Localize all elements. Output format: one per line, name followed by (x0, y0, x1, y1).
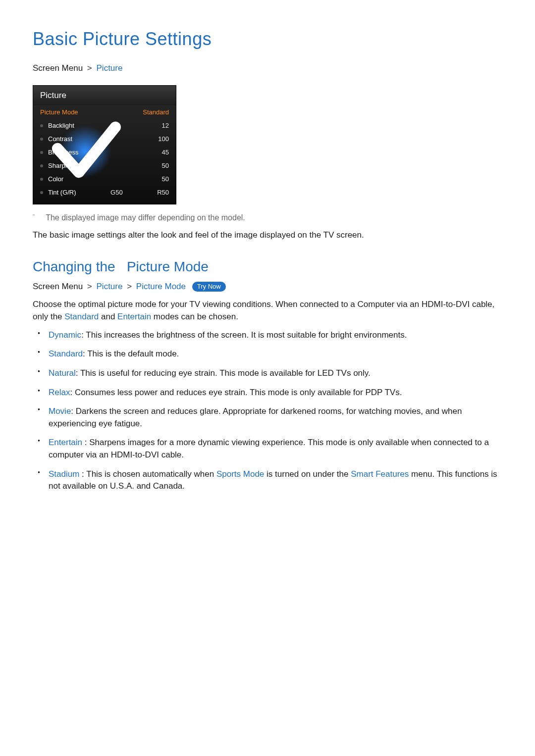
mode-item-natural: Natural: This is useful for reducing eye… (47, 367, 502, 380)
mode-name: Entertain (49, 438, 82, 447)
mode-sep: : (79, 469, 86, 479)
menu-row-label: Sharpness (48, 162, 79, 169)
quote-icon: " (33, 213, 44, 219)
mode-item-stadium: Stadium : This is chosen automatically w… (47, 468, 502, 493)
intro-e: modes can be chosen. (151, 312, 238, 321)
breadcrumb-leaf: Picture (97, 63, 123, 73)
breadcrumb-sep: > (127, 282, 132, 291)
section-title-changing: Changing the Picture Mode (33, 259, 502, 275)
mode-sep: : (71, 406, 75, 416)
menu-row-value: 100 (158, 135, 169, 143)
menu-row-value: 50 (162, 162, 169, 169)
menu-row-label: Contrast (48, 135, 72, 143)
mode-name: Stadium (49, 469, 79, 479)
intro-d: Entertain (117, 312, 151, 321)
mode-intro-paragraph: Choose the optimal picture mode for your… (33, 299, 502, 323)
bullet-icon (40, 124, 43, 127)
intro-b: Standard (64, 312, 99, 321)
menu-row-label: Backlight (48, 122, 74, 129)
menu-row-value: 45 (162, 149, 169, 156)
menu-row-value: 12 (162, 122, 169, 129)
mode-text: Sharpens images for a more dynamic viewi… (49, 438, 489, 459)
breadcrumb-section: Screen Menu > Picture > Picture Mode Try… (33, 282, 502, 292)
stadium-t1: This is chosen automatically when (86, 469, 216, 479)
menu-row-label: Tint (G/R) (48, 189, 76, 196)
mode-item-standard: Standard: This is the default mode. (47, 348, 502, 360)
menu-row-backlight[interactable]: Backlight 12 (33, 119, 176, 132)
picture-menu-panel: Picture Picture Mode Standard Backlight … (33, 85, 176, 204)
breadcrumb-root: Screen Menu (33, 282, 83, 291)
bullet-icon (40, 191, 43, 194)
bullet-icon (40, 178, 43, 181)
mode-sep: : (81, 330, 86, 340)
menu-row-brightness[interactable]: Brightness 45 (33, 146, 176, 159)
menu-row-color[interactable]: Color 50 (33, 172, 176, 186)
menu-row-tint[interactable]: Tint (G/R) G50 R50 (33, 186, 176, 199)
intro-c: and (99, 312, 117, 321)
menu-row-label: Picture Mode (40, 108, 78, 116)
intro-paragraph: The basic image settings alter the look … (33, 229, 502, 241)
breadcrumb-sep: > (87, 282, 92, 291)
mode-list: Dynamic: This increases the brightness o… (33, 329, 502, 493)
menu-panel-header: Picture (33, 86, 176, 105)
mode-text: Darkens the screen and reduces glare. Ap… (49, 406, 462, 428)
section-title-part-b: Picture Mode (127, 259, 209, 274)
mode-name: Dynamic (49, 330, 81, 340)
breadcrumb-root: Screen Menu (33, 63, 83, 73)
mode-text: Consumes less power and reduces eye stra… (75, 388, 402, 397)
menu-row-label: Color (48, 175, 63, 183)
mode-name: Standard (49, 349, 83, 358)
breadcrumb-l2: Picture Mode (136, 282, 186, 291)
try-now-button[interactable]: Try Now (192, 282, 226, 292)
menu-row-mid: G50 (76, 189, 158, 196)
mode-name: Natural (49, 368, 76, 378)
stadium-t2: is turned on under the (264, 469, 351, 479)
mode-name: Movie (49, 406, 71, 416)
menu-row-picture-mode[interactable]: Picture Mode Standard (33, 105, 176, 119)
breadcrumb-sep: > (87, 63, 92, 73)
mode-sep: : (82, 438, 89, 447)
stadium-k2: Smart Features (351, 469, 409, 479)
page-title: Basic Picture Settings (33, 29, 502, 50)
mode-item-movie: Movie: Darkens the screen and reduces gl… (47, 405, 502, 430)
mode-sep: : (70, 388, 74, 397)
menu-row-sharpness[interactable]: Sharpness 50 (33, 159, 176, 172)
mode-item-entertain: Entertain : Sharpens images for a more d… (47, 437, 502, 461)
mode-sep: : (76, 368, 80, 378)
section-title-part-a: Changing the (33, 259, 119, 274)
mode-text: This increases the brightness of the scr… (86, 330, 407, 340)
model-note-text: The displayed image may differ depending… (46, 213, 245, 222)
model-note: " The displayed image may differ dependi… (33, 213, 502, 222)
mode-text: This is the default mode. (87, 349, 179, 358)
menu-row-value: Standard (143, 108, 169, 116)
bullet-icon (40, 164, 43, 167)
stadium-k1: Sports Mode (216, 469, 264, 479)
menu-row-value: R50 (157, 189, 169, 196)
bullet-icon (40, 151, 43, 154)
mode-name: Relax (49, 388, 70, 397)
menu-row-value: 50 (162, 175, 169, 183)
breadcrumb-top: Screen Menu > Picture (33, 63, 502, 73)
mode-item-dynamic: Dynamic: This increases the brightness o… (47, 329, 502, 342)
mode-item-relax: Relax: Consumes less power and reduces e… (47, 387, 502, 399)
breadcrumb-l1: Picture (97, 282, 123, 291)
mode-sep: : (83, 349, 87, 358)
menu-row-contrast[interactable]: Contrast 100 (33, 132, 176, 146)
mode-text: This is useful for reducing eye strain. … (80, 368, 371, 378)
bullet-icon (40, 138, 43, 141)
menu-row-label: Brightness (48, 149, 78, 156)
